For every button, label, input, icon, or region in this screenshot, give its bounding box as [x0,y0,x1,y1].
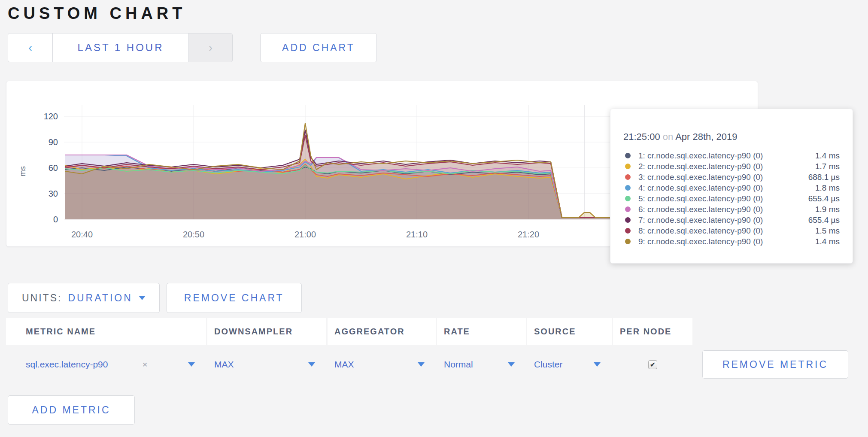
svg-text:ms: ms [18,166,27,176]
per-node-checkbox[interactable] [648,360,657,369]
series-dot-icon [625,153,631,158]
chart-options-row: UNITS: DURATION REMOVE CHART [8,283,868,313]
source-cell: Cluster [527,345,612,384]
svg-text:60: 60 [49,163,58,173]
col-header-metric-name: METRIC NAME [6,318,206,345]
series-dot-icon [625,174,631,180]
col-header-source: SOURCE [527,318,612,345]
col-header-downsampler: DOWNSAMPLER [207,318,326,345]
col-header-actions [694,318,862,345]
svg-text:120: 120 [44,112,58,121]
downsampler-cell: MAX [207,345,326,384]
actions-cell: REMOVE METRIC [694,345,862,384]
tooltip-row: 1: cr.node.sql.exec.latency-p90 (0)1.4 m… [623,150,840,161]
col-header-aggregator: AGGREGATOR [328,318,436,345]
series-dot-icon [625,196,631,201]
chevron-right-icon: › [209,41,212,55]
rate-dropdown[interactable]: Normal [444,359,526,370]
chevron-down-icon [418,362,425,367]
col-header-per-node: PER NODE [613,318,692,345]
time-next-button-disabled[interactable]: › [188,33,232,62]
svg-text:20:40: 20:40 [71,230,93,239]
units-dropdown[interactable]: UNITS: DURATION [8,283,160,313]
svg-text:90: 90 [49,137,58,147]
chevron-down-icon [139,296,146,300]
page-title: CUSTOM CHART [8,4,868,23]
svg-text:20:50: 20:50 [183,230,204,239]
tooltip-row: 4: cr.node.sql.exec.latency-p90 (0)1.8 m… [623,182,840,193]
series-dot-icon [625,206,631,212]
aggregator-dropdown[interactable]: MAX [334,359,436,370]
time-range-label: LAST 1 HOUR [78,42,164,54]
downsampler-dropdown[interactable]: MAX [214,359,326,370]
series-dot-icon [625,217,631,223]
chart-area: 030609012020:4020:5021:0021:1021:20ms 21… [6,81,868,247]
tooltip-timestamp: 21:25:00 on Apr 28th, 2019 [623,131,840,143]
series-dot-icon [625,185,631,191]
tooltip-row: 8: cr.node.sql.exec.latency-p90 (0)1.5 m… [623,225,840,236]
remove-metric-button[interactable]: REMOVE METRIC [702,350,848,379]
chevron-down-icon [594,362,601,367]
svg-text:30: 30 [49,189,58,198]
chart-hover-tooltip: 21:25:00 on Apr 28th, 2019 1: cr.node.sq… [610,109,853,264]
time-controls: ‹ LAST 1 HOUR › ADD CHART [8,33,868,62]
source-dropdown[interactable]: Cluster [534,359,612,370]
series-dot-icon [625,164,631,169]
metrics-table-header: METRIC NAME DOWNSAMPLER AGGREGATOR RATE … [6,318,862,345]
per-node-cell [613,345,692,384]
tooltip-row: 2: cr.node.sql.exec.latency-p90 (0)1.7 m… [623,161,840,172]
tooltip-row: 7: cr.node.sql.exec.latency-p90 (0)655.4… [623,215,840,225]
chevron-down-icon [308,362,315,367]
tooltip-row: 9: cr.node.sql.exec.latency-p90 (0)1.4 m… [623,236,840,247]
chevron-left-icon: ‹ [28,41,32,55]
col-header-rate: RATE [437,318,526,345]
add-metric-button[interactable]: ADD METRIC [8,395,135,425]
clear-metric-icon[interactable]: × [143,359,148,370]
metrics-table: METRIC NAME DOWNSAMPLER AGGREGATOR RATE … [6,318,862,384]
tooltip-row: 6: cr.node.sql.exec.latency-p90 (0)1.9 m… [623,204,840,215]
tooltip-row: 3: cr.node.sql.exec.latency-p90 (0)688.1… [623,172,840,182]
series-dot-icon [625,228,631,234]
metric-row: sql.exec.latency-p90 × MAX MAX Normal [6,345,862,384]
remove-chart-button[interactable]: REMOVE CHART [167,283,302,313]
metric-name-dropdown[interactable]: sql.exec.latency-p90 × [26,359,206,370]
chevron-down-icon [188,362,195,367]
metric-name-cell: sql.exec.latency-p90 × [6,345,206,384]
series-dot-icon [625,239,631,244]
rate-cell: Normal [437,345,526,384]
aggregator-cell: MAX [328,345,436,384]
svg-text:0: 0 [53,215,58,224]
chevron-down-icon [508,362,515,367]
time-range-dropdown[interactable]: LAST 1 HOUR [53,33,188,62]
time-prev-button[interactable]: ‹ [8,33,53,62]
svg-text:21:10: 21:10 [406,230,428,239]
tooltip-row: 5: cr.node.sql.exec.latency-p90 (0)655.4… [623,193,840,204]
svg-text:21:20: 21:20 [518,230,539,239]
svg-text:21:00: 21:00 [294,230,316,239]
time-range-scrubber: ‹ LAST 1 HOUR › [8,33,233,62]
add-chart-button[interactable]: ADD CHART [260,33,377,62]
